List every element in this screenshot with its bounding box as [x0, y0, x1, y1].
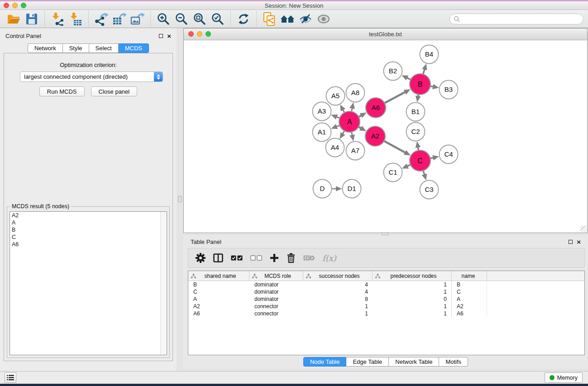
- toolbar-search: [449, 14, 583, 24]
- import-network-button[interactable]: [48, 11, 67, 27]
- node-label-B: B: [418, 81, 423, 88]
- export-network-button[interactable]: [92, 11, 110, 27]
- column-header-predecessor-nodes[interactable]: predecessor nodes: [373, 271, 452, 281]
- tab-mcds[interactable]: MCDS: [119, 43, 149, 53]
- select-all-button[interactable]: [231, 255, 243, 261]
- zoom-selected-button[interactable]: [209, 11, 227, 27]
- zoom-out-icon: [175, 13, 188, 25]
- tab-style[interactable]: Style: [63, 43, 89, 53]
- edge-A6-B[interactable]: [384, 91, 407, 103]
- result-list-scrollbar[interactable]: [160, 212, 167, 355]
- table-row[interactable]: A dominator 8 0 A: [188, 295, 584, 303]
- close-table-panel-icon[interactable]: ×: [577, 240, 581, 244]
- task-history-button[interactable]: [5, 372, 16, 383]
- memory-button[interactable]: Memory: [545, 372, 583, 383]
- apply-layout-button[interactable]: [234, 11, 253, 27]
- result-item[interactable]: A: [10, 219, 167, 226]
- vertical-splitter-handle[interactable]: [178, 196, 182, 202]
- run-mcds-button[interactable]: Run MCDS: [39, 86, 85, 96]
- toolbar-separator: [88, 11, 89, 27]
- edge-A-A4[interactable]: [341, 131, 344, 136]
- result-item[interactable]: C: [10, 234, 167, 241]
- import-table-button[interactable]: [67, 11, 85, 27]
- column-header-successor-nodes[interactable]: successor nodes: [303, 271, 373, 281]
- edge-B-B4[interactable]: [423, 67, 425, 74]
- float-table-panel-icon[interactable]: [569, 240, 573, 244]
- add-column-button[interactable]: [270, 253, 279, 262]
- trash-icon: [287, 253, 296, 263]
- edge-A-A3[interactable]: [334, 116, 340, 118]
- edge-A-A5[interactable]: [342, 107, 344, 113]
- delete-column-button[interactable]: [287, 253, 296, 263]
- tab-motifs[interactable]: Motifs: [439, 357, 468, 367]
- tab-select[interactable]: Select: [89, 43, 119, 53]
- cell-name: B: [452, 281, 487, 288]
- search-input[interactable]: [462, 15, 579, 22]
- zoom-out-button[interactable]: [172, 11, 191, 27]
- column-header-shared-name[interactable]: shared name: [188, 271, 249, 281]
- tab-node-table[interactable]: Node Table: [303, 357, 347, 367]
- show-all-button[interactable]: [315, 11, 333, 27]
- edge-A-A1[interactable]: [334, 125, 340, 128]
- edge-B-B3[interactable]: [430, 86, 436, 87]
- memory-status-icon: [550, 375, 555, 380]
- edge-B-B1[interactable]: [418, 95, 419, 99]
- open-session-button[interactable]: [5, 11, 23, 27]
- column-header-name[interactable]: name: [452, 271, 487, 281]
- edge-C-C4[interactable]: [430, 157, 436, 158]
- tab-network[interactable]: Network: [28, 43, 63, 53]
- edge-C-C3[interactable]: [423, 171, 425, 177]
- delete-table-button[interactable]: [303, 255, 315, 261]
- float-panel-icon[interactable]: [159, 34, 163, 38]
- horizontal-splitter-handle[interactable]: [382, 232, 388, 235]
- import-table-icon: [69, 12, 82, 26]
- edge-A-A6[interactable]: [359, 114, 363, 117]
- edge-A-A7[interactable]: [352, 132, 353, 138]
- table-row[interactable]: B dominator 4 1 B: [188, 281, 584, 288]
- table-row[interactable]: A6 connector 1 1 A6: [188, 310, 584, 317]
- close-panel-icon[interactable]: ×: [167, 34, 171, 38]
- fx-icon: f(x): [322, 253, 336, 263]
- close-panel-button[interactable]: Close panel: [91, 86, 138, 96]
- column-selector-button[interactable]: [213, 253, 223, 262]
- result-item[interactable]: B: [10, 226, 167, 234]
- table-panel: Table Panel ×: [183, 235, 588, 369]
- node-label-B4: B4: [425, 50, 433, 58]
- hide-selected-button[interactable]: [296, 11, 315, 27]
- cell-mcds-role: dominator: [249, 288, 303, 295]
- result-item[interactable]: A6: [10, 241, 167, 248]
- deselect-all-button[interactable]: [250, 255, 262, 261]
- cell-name: A6: [452, 310, 487, 317]
- edge-C-C2[interactable]: [417, 144, 418, 150]
- result-item[interactable]: A2: [10, 212, 167, 219]
- network-from-selection-button[interactable]: [260, 11, 278, 27]
- criterion-dropdown[interactable]: largest connected component (directed): [20, 71, 163, 82]
- table-settings-button[interactable]: [196, 253, 206, 263]
- tab-edge-table[interactable]: Edge Table: [346, 357, 389, 367]
- edge-C-C1[interactable]: [405, 165, 411, 167]
- function-builder-button[interactable]: f(x): [322, 253, 336, 263]
- column-header-mcds-role[interactable]: MCDS role: [249, 271, 303, 281]
- network-canvas[interactable]: ABCA6A2A5A8A3A1A4A7B2B4B3B1C2C4C1C3DD1: [184, 40, 587, 233]
- zoom-in-button[interactable]: [154, 11, 172, 27]
- edge-A-A2[interactable]: [359, 127, 363, 129]
- export-table-button[interactable]: [110, 11, 129, 27]
- save-session-button[interactable]: [23, 11, 41, 27]
- edge-B-B2[interactable]: [405, 76, 411, 80]
- edge-A-A8[interactable]: [352, 105, 353, 112]
- table-row[interactable]: A2 connector 1 1 A2: [188, 303, 584, 310]
- eye-slash-icon: [299, 14, 312, 24]
- window-resize-grip[interactable]: [580, 226, 587, 232]
- cell-shared-name: B: [188, 281, 249, 288]
- home-button[interactable]: [278, 11, 296, 27]
- tab-network-table[interactable]: Network Table: [389, 357, 439, 367]
- criterion-value: largest connected component (directed): [20, 73, 154, 80]
- zoom-fit-button[interactable]: [191, 11, 209, 27]
- edge-A2-C[interactable]: [384, 141, 407, 154]
- table-row[interactable]: C dominator 4 1 C: [188, 288, 584, 295]
- control-panel-header: Control Panel ×: [0, 31, 177, 41]
- mcds-result-list[interactable]: A2 A B C A6: [10, 211, 167, 355]
- plus-icon: [270, 253, 279, 262]
- export-image-button[interactable]: [129, 11, 147, 27]
- export-table-icon: [112, 12, 127, 26]
